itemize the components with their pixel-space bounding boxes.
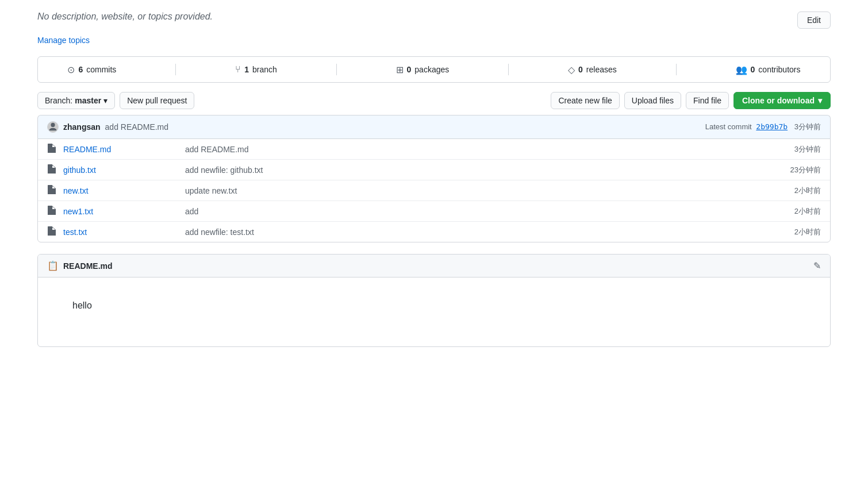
file-icon xyxy=(47,226,56,237)
branches-stat[interactable]: ⑂ 1 branch xyxy=(235,64,277,75)
releases-label: releases xyxy=(586,65,617,74)
branches-label: branch xyxy=(252,65,277,74)
clone-download-chevron-icon: ▾ xyxy=(818,96,822,105)
file-icon xyxy=(47,164,56,175)
find-file-button[interactable]: Find file xyxy=(686,92,729,109)
branch-selector-button[interactable]: Branch: master ▾ xyxy=(37,92,115,109)
file-name-link[interactable]: test.txt xyxy=(63,228,178,237)
stat-divider-1 xyxy=(175,64,176,75)
packages-stat[interactable]: ⊞ 0 packages xyxy=(396,64,450,75)
releases-count: 0 xyxy=(578,65,583,74)
commit-bar-left: zhangsan add README.md xyxy=(47,121,168,133)
toolbar-left: Branch: master ▾ New pull request xyxy=(37,92,194,109)
repo-header: No description, website, or topics provi… xyxy=(37,11,831,29)
new-pull-request-button[interactable]: New pull request xyxy=(120,92,194,109)
branches-count: 1 xyxy=(244,65,249,74)
table-row: test.txtadd newfile: test.txt2小时前 xyxy=(38,222,830,242)
commits-icon: ⊙ xyxy=(67,64,75,75)
commits-count: 6 xyxy=(78,65,83,74)
readme-book-icon: 📋 xyxy=(47,260,59,271)
readme-hello-text: hello xyxy=(72,300,92,310)
toolbar-right: Create new file Upload files Find file C… xyxy=(551,92,831,109)
file-name-link[interactable]: github.txt xyxy=(63,165,178,175)
file-time-ago: 2小时前 xyxy=(794,206,821,217)
readme-section: 📋 README.md ✎ hello xyxy=(37,254,831,347)
file-time-ago: 2小时前 xyxy=(794,227,821,237)
create-new-file-button[interactable]: Create new file xyxy=(551,92,619,109)
clone-download-button[interactable]: Clone or download ▾ xyxy=(733,92,831,109)
file-commit-message: add README.md xyxy=(185,145,788,154)
readme-edit-icon[interactable]: ✎ xyxy=(813,260,821,271)
readme-header: 📋 README.md ✎ xyxy=(38,255,830,277)
stat-divider-2 xyxy=(336,64,337,75)
branch-prefix-label: Branch: xyxy=(45,96,72,105)
commit-bar: zhangsan add README.md Latest commit 2b9… xyxy=(37,115,831,138)
commit-bar-right: Latest commit 2b99b7b 3分钟前 xyxy=(705,122,821,132)
stat-divider-3 xyxy=(508,64,509,75)
clone-download-label: Clone or download xyxy=(742,96,815,105)
file-icon xyxy=(47,144,56,155)
file-commit-message: add newfile: test.txt xyxy=(185,228,788,237)
readme-title: 📋 README.md xyxy=(47,260,113,271)
branch-name-label: master xyxy=(75,96,101,105)
file-time-ago: 3分钟前 xyxy=(794,144,821,155)
packages-label: packages xyxy=(414,65,449,74)
contributors-icon: 👥 xyxy=(736,64,747,75)
repo-description: No description, website, or topics provi… xyxy=(37,11,213,22)
file-name-link[interactable]: new1.txt xyxy=(63,207,178,216)
edit-button[interactable]: Edit xyxy=(797,11,831,29)
table-row: github.txtadd newfile: github.txt23分钟前 xyxy=(38,160,830,180)
stat-divider-4 xyxy=(676,64,677,75)
readme-content: hello xyxy=(38,277,830,346)
file-time-ago: 23分钟前 xyxy=(790,165,821,175)
latest-commit-prefix: Latest commit xyxy=(705,122,752,131)
stats-bar: ⊙ 6 commits ⑂ 1 branch ⊞ 0 packages ◇ 0 … xyxy=(37,56,831,83)
commit-author: zhangsan xyxy=(63,122,101,132)
file-table: README.mdadd README.md3分钟前github.txtadd … xyxy=(37,138,831,242)
table-row: new1.txtadd2小时前 xyxy=(38,201,830,222)
file-icon xyxy=(47,206,56,217)
commits-stat[interactable]: ⊙ 6 commits xyxy=(67,64,116,75)
commits-label: commits xyxy=(86,65,116,74)
commit-message: add README.md xyxy=(105,122,168,132)
contributors-count: 0 xyxy=(751,65,755,74)
packages-icon: ⊞ xyxy=(396,64,404,75)
contributors-label: contributors xyxy=(758,65,800,74)
table-row: README.mdadd README.md3分钟前 xyxy=(38,139,830,160)
branch-chevron-icon: ▾ xyxy=(103,96,107,105)
commit-hash-link[interactable]: 2b99b7b xyxy=(756,122,788,131)
releases-icon: ◇ xyxy=(568,64,575,75)
file-commit-message: add xyxy=(185,207,788,216)
upload-files-button[interactable]: Upload files xyxy=(624,92,681,109)
packages-count: 0 xyxy=(407,65,412,74)
contributors-stat[interactable]: 👥 0 contributors xyxy=(736,64,801,75)
file-name-link[interactable]: README.md xyxy=(63,145,178,154)
file-commit-message: update new.txt xyxy=(185,186,788,195)
file-commit-message: add newfile: github.txt xyxy=(185,165,783,175)
toolbar: Branch: master ▾ New pull request Create… xyxy=(37,92,831,109)
file-time-ago: 2小时前 xyxy=(794,186,821,196)
avatar xyxy=(47,121,59,133)
table-row: new.txtupdate new.txt2小时前 xyxy=(38,180,830,201)
readme-title-label: README.md xyxy=(63,261,113,271)
branches-icon: ⑂ xyxy=(235,64,241,75)
file-name-link[interactable]: new.txt xyxy=(63,186,178,195)
file-icon xyxy=(47,185,56,196)
commit-time-ago: 3分钟前 xyxy=(794,122,821,131)
releases-stat[interactable]: ◇ 0 releases xyxy=(568,64,617,75)
manage-topics-link[interactable]: Manage topics xyxy=(37,36,90,45)
